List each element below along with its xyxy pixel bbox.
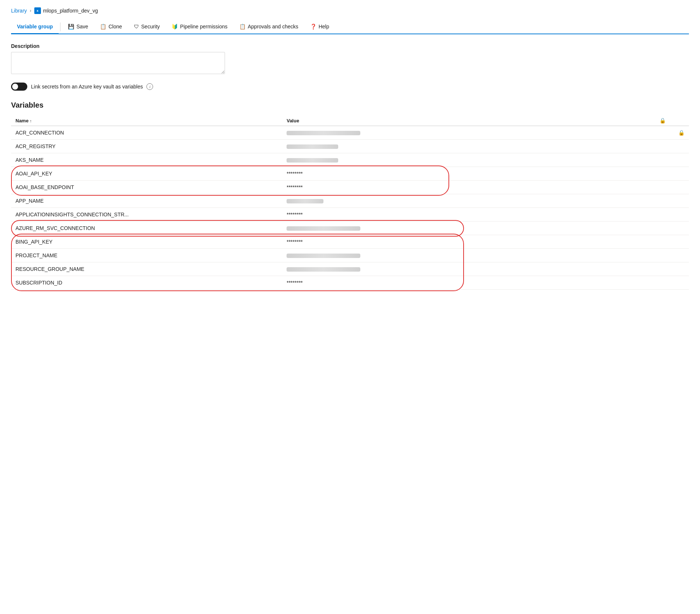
variable-value-blurred (287, 199, 323, 203)
variable-value-cell (282, 140, 655, 153)
variable-value-blurred (287, 131, 360, 135)
variable-lock-cell (655, 221, 689, 235)
variable-name-cell: AKS_NAME🗑 (11, 153, 282, 167)
variable-name: RESOURCE_GROUP_NAME (15, 266, 84, 272)
key-vault-toggle-label: Link secrets from an Azure key vault as … (31, 84, 143, 90)
variable-value-blurred (287, 226, 360, 231)
breadcrumb: Library › x mlops_platform_dev_vg (11, 7, 689, 14)
variable-name: AKS_NAME (15, 157, 44, 163)
table-row: APP_NAME🗑 (11, 194, 689, 208)
variable-name-cell: APP_NAME🗑 (11, 194, 282, 208)
variable-lock-cell (655, 194, 689, 208)
save-button[interactable]: 💾 Save (62, 20, 94, 34)
lock-header-icon: 🔒 (659, 118, 666, 123)
variables-table-wrapper: Name Value 🔒 ACR_CONNECTION🗑🔒ACR_REGISTR… (11, 115, 689, 290)
variable-value-stars: ******** (287, 212, 303, 217)
table-row: ACR_REGISTRY🗑 (11, 140, 689, 153)
variable-lock-cell (655, 181, 689, 194)
tab-variable-group[interactable]: Variable group (11, 20, 59, 34)
variables-section: Variables Name Value 🔒 ACR_CONNECTION🗑🔒A… (11, 101, 689, 290)
breadcrumb-library-link[interactable]: Library (11, 8, 27, 14)
breadcrumb-current: x mlops_platform_dev_vg (34, 7, 98, 14)
pipeline-permissions-icon: 🔰 (171, 24, 178, 29)
table-row: SUBSCRIPTION_ID🗑******** (11, 276, 689, 290)
variable-value-cell: ******** (282, 167, 655, 181)
variable-lock-cell (655, 140, 689, 153)
variable-name-cell: AOAI_BASE_ENDPOINT🗑 (11, 181, 282, 194)
variable-value-cell (282, 221, 655, 235)
table-row: RESOURCE_GROUP_NAME🗑 (11, 262, 689, 276)
variable-lock-cell (655, 276, 689, 290)
variable-name: APPLICATIONINSIGHTS_CONNECTION_STR... (15, 212, 129, 217)
clone-button[interactable]: 📋 Clone (94, 20, 128, 34)
col-header-lock: 🔒 (655, 115, 689, 126)
variable-lock-cell (655, 167, 689, 181)
table-row: BING_API_KEY🗑******** (11, 235, 689, 249)
approvals-icon: 📋 (239, 24, 246, 29)
variable-name: AOAI_BASE_ENDPOINT (15, 184, 74, 190)
variable-value-blurred (287, 158, 338, 163)
pipeline-permissions-button[interactable]: 🔰 Pipeline permissions (166, 20, 233, 34)
help-button[interactable]: ❓ Help (304, 20, 335, 34)
variable-name: APP_NAME (15, 198, 44, 204)
toolbar-divider-1 (60, 22, 60, 31)
variable-value-stars: ******** (287, 184, 303, 190)
table-row: ACR_CONNECTION🗑🔒 (11, 126, 689, 140)
variable-value-stars: ******** (287, 171, 303, 177)
variable-value-blurred (287, 267, 360, 272)
table-row: AKS_NAME🗑 (11, 153, 689, 167)
key-vault-toggle[interactable] (11, 83, 27, 91)
variable-value-blurred (287, 254, 360, 258)
security-button[interactable]: 🛡 Security (128, 20, 166, 34)
variables-title: Variables (11, 101, 689, 109)
help-icon: ❓ (310, 24, 316, 29)
lock-icon[interactable]: 🔒 (678, 130, 685, 136)
toolbar: Variable group 💾 Save 📋 Clone 🛡 Security… (11, 20, 689, 34)
table-row: AZURE_RM_SVC_CONNECTION🗑 (11, 221, 689, 235)
variable-name: PROJECT_NAME (15, 252, 58, 258)
key-vault-toggle-row: Link secrets from an Azure key vault as … (11, 83, 689, 91)
variable-value-cell (282, 126, 655, 140)
variable-name-cell: APPLICATIONINSIGHTS_CONNECTION_STR...🗑 (11, 208, 282, 221)
description-section: Description (11, 43, 689, 75)
variable-value-cell (282, 194, 655, 208)
variable-value-cell: ******** (282, 235, 655, 249)
breadcrumb-separator: › (30, 8, 31, 13)
variable-value-cell: ******** (282, 181, 655, 194)
key-vault-info-icon[interactable]: i (146, 83, 153, 90)
variable-value-blurred (287, 144, 338, 149)
variable-name-cell: AOAI_API_KEY🗑 (11, 167, 282, 181)
table-row: AOAI_BASE_ENDPOINT🗑******** (11, 181, 689, 194)
variable-name-cell: PROJECT_NAME🗑 (11, 249, 282, 262)
variable-lock-cell: 🔒 (655, 126, 689, 140)
variable-lock-cell (655, 208, 689, 221)
variable-name: ACR_REGISTRY (15, 143, 56, 149)
description-input[interactable] (11, 52, 225, 74)
tab-variable-group-label: Variable group (17, 24, 53, 29)
variable-value-stars: ******** (287, 239, 303, 245)
save-icon: 💾 (68, 24, 74, 29)
variable-lock-cell (655, 262, 689, 276)
variable-lock-cell (655, 153, 689, 167)
variable-group-icon: x (34, 7, 41, 14)
variables-table: Name Value 🔒 ACR_CONNECTION🗑🔒ACR_REGISTR… (11, 115, 689, 290)
clone-icon: 📋 (100, 24, 106, 29)
variable-lock-cell (655, 249, 689, 262)
variable-value-cell (282, 153, 655, 167)
variable-name-cell: AZURE_RM_SVC_CONNECTION🗑 (11, 221, 282, 235)
variable-name: AZURE_RM_SVC_CONNECTION (15, 225, 95, 231)
variable-name: AOAI_API_KEY (15, 171, 52, 177)
table-row: APPLICATIONINSIGHTS_CONNECTION_STR...🗑**… (11, 208, 689, 221)
variable-name-cell: RESOURCE_GROUP_NAME🗑 (11, 262, 282, 276)
table-row: PROJECT_NAME🗑 (11, 249, 689, 262)
approvals-checks-button[interactable]: 📋 Approvals and checks (233, 20, 304, 34)
table-header-row: Name Value 🔒 (11, 115, 689, 126)
col-header-name[interactable]: Name (11, 115, 282, 126)
security-icon: 🛡 (134, 24, 139, 29)
variable-value-stars: ******** (287, 280, 303, 286)
variable-value-cell: ******** (282, 276, 655, 290)
variable-name-cell: ACR_CONNECTION🗑 (11, 126, 282, 140)
variable-name-cell: ACR_REGISTRY🗑 (11, 140, 282, 153)
variable-name: BING_API_KEY (15, 239, 52, 245)
variable-name-cell: SUBSCRIPTION_ID🗑 (11, 276, 282, 290)
